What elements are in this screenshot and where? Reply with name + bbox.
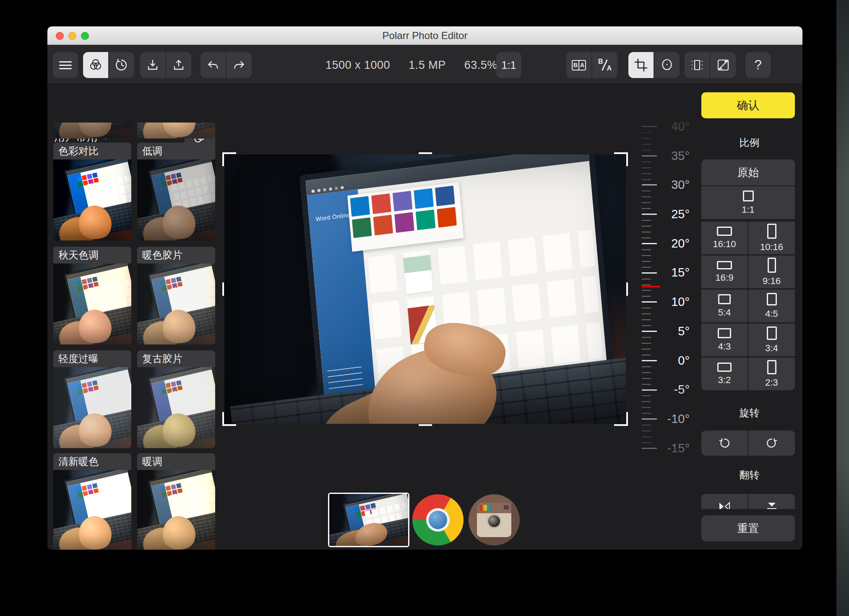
gradient-filter-button[interactable] — [685, 52, 710, 78]
image-megapixels: 1.5 MP — [409, 59, 446, 72]
filter-preset-label: 清新暖色 — [53, 453, 131, 470]
ratio-1-1-button[interactable]: 1:1 — [701, 186, 795, 219]
filter-preset[interactable]: 复古胶片 — [137, 350, 215, 448]
ratio-4-5-button[interactable]: 4:5 — [748, 290, 795, 322]
photo-thumbnail — [329, 494, 408, 546]
vignette — [53, 159, 131, 240]
ratio-original-button[interactable]: 原始 — [701, 159, 795, 185]
crop-handle-right[interactable] — [626, 282, 628, 296]
filter-preset[interactable]: 暖调 — [137, 453, 215, 550]
photo[interactable]: Word Online — [224, 154, 626, 424]
filmstrip-photo-thumbnail[interactable] — [328, 493, 409, 547]
ratio-landscape-icon — [718, 294, 731, 304]
reset-button[interactable]: 重置 — [701, 515, 795, 541]
filters-tool-button[interactable] — [83, 52, 108, 78]
crop-handle-top[interactable] — [419, 152, 432, 154]
crop-handle-bottom[interactable] — [419, 424, 432, 426]
filter-thumbnail — [53, 123, 131, 138]
ratio-portrait-icon — [767, 360, 776, 374]
ratio-2-3-button[interactable]: 2:3 — [748, 358, 795, 390]
ratio-portrait-icon — [767, 326, 777, 340]
rotate-ccw-button[interactable] — [701, 431, 747, 456]
filter-preset-partial[interactable] — [137, 123, 215, 138]
filter-thumbnail — [137, 470, 215, 550]
before-after-split-icon: BA — [572, 60, 586, 70]
filter-preset-label: 暖色胶片 — [137, 247, 215, 264]
filter-preset-partial[interactable] — [53, 123, 131, 138]
help-button[interactable]: ? — [745, 52, 771, 78]
crop-handle-top-left[interactable] — [222, 152, 236, 166]
ratio-5-4-button[interactable]: 5:4 — [701, 290, 747, 322]
rotation-ruler[interactable]: 40°35°30° 25°20°15° 10°5°0° -5°-10°-15° — [642, 126, 696, 450]
crop-handle-bottom-right[interactable] — [614, 412, 628, 426]
filter-preset[interactable]: 秋天色调 — [53, 247, 131, 345]
ratio-10-16-button[interactable]: 10:16 — [748, 222, 795, 254]
canvas-photo[interactable]: Word Online — [224, 154, 626, 424]
rotate-ccw-icon — [718, 437, 731, 449]
ratio-square-icon — [743, 191, 754, 201]
chrome-center — [429, 511, 447, 529]
rotation-marker — [642, 286, 660, 287]
filters-venn-icon — [88, 57, 103, 73]
filter-preset[interactable]: 轻度过曝 — [53, 350, 131, 448]
before-after-split-button[interactable]: BA — [566, 52, 591, 78]
ratio-3-2-button[interactable]: 3:2 — [701, 358, 747, 390]
vignette — [53, 470, 131, 550]
confirm-button[interactable]: 确认 — [701, 92, 795, 118]
image-dimensions: 1500 x 1000 — [326, 59, 390, 72]
ratio-16-9-button[interactable]: 16:9 — [701, 256, 747, 288]
filter-preset-label: 色彩对比 — [53, 143, 131, 159]
crop-handle-bottom-left[interactable] — [222, 412, 236, 426]
ratio-4-3-button[interactable]: 4:3 — [701, 324, 747, 356]
vignette — [137, 159, 215, 240]
crop-tool-button[interactable] — [628, 52, 654, 78]
local-adjustment-button[interactable] — [711, 52, 736, 78]
vignette — [137, 367, 215, 448]
export-icon — [172, 58, 186, 72]
redo-button[interactable] — [227, 52, 252, 78]
filter-preset[interactable]: 色彩对比 — [53, 143, 131, 240]
filter-thumbnail — [137, 123, 215, 138]
filter-preset[interactable]: 低调 — [137, 143, 215, 240]
menu-button[interactable] — [53, 52, 78, 78]
filmstrip-instagram-logo[interactable] — [469, 494, 520, 546]
content-area: 用户常用 — [47, 84, 802, 550]
ratio-landscape-icon — [718, 328, 731, 338]
undo-icon — [206, 59, 221, 71]
filter-preset[interactable]: 暖色胶片 — [137, 247, 215, 345]
zoom-one-to-one-button[interactable]: 1:1 — [496, 52, 521, 78]
radial-filter-icon — [659, 57, 675, 73]
flip-heading: 翻转 — [696, 468, 802, 482]
ratio-9-16-button[interactable]: 9:16 — [748, 256, 795, 288]
filter-preset-label: 轻度过曝 — [53, 350, 131, 367]
history-button[interactable] — [109, 52, 134, 78]
filter-thumbnail — [53, 470, 131, 550]
reset-bar: 重置 — [696, 509, 802, 550]
filter-thumbnail — [53, 264, 131, 345]
radial-filter-button[interactable] — [654, 52, 680, 78]
vignette — [53, 264, 131, 345]
ratio-3-4-button[interactable]: 3:4 — [748, 324, 795, 356]
rotate-heading: 旋转 — [696, 406, 802, 420]
image-info: 1500 x 1000 1.5 MP 63.5% — [326, 52, 497, 78]
vignette — [137, 123, 215, 138]
ratio-16-10-button[interactable]: 16:10 — [701, 222, 747, 254]
rotate-cw-button[interactable] — [748, 431, 795, 456]
before-after-toggle-button[interactable]: B A — [592, 52, 617, 78]
ratio-portrait-icon — [768, 258, 776, 273]
vignette — [137, 264, 215, 345]
vignette — [329, 494, 408, 546]
ratio-landscape-icon — [717, 261, 732, 269]
hamburger-icon — [59, 59, 72, 71]
crop-handle-left[interactable] — [222, 282, 224, 296]
undo-button[interactable] — [201, 52, 226, 78]
filter-preset[interactable]: 清新暖色 — [53, 453, 131, 550]
export-button[interactable] — [166, 52, 191, 78]
crop-handle-top-right[interactable] — [614, 152, 628, 166]
instagram-rainbow-stripes — [480, 505, 491, 511]
filmstrip-chrome-logo[interactable] — [412, 494, 464, 546]
import-button[interactable] — [140, 52, 165, 78]
vignette — [53, 123, 131, 138]
titlebar: Polarr Photo Editor — [47, 26, 802, 45]
instagram-lens — [487, 514, 502, 529]
